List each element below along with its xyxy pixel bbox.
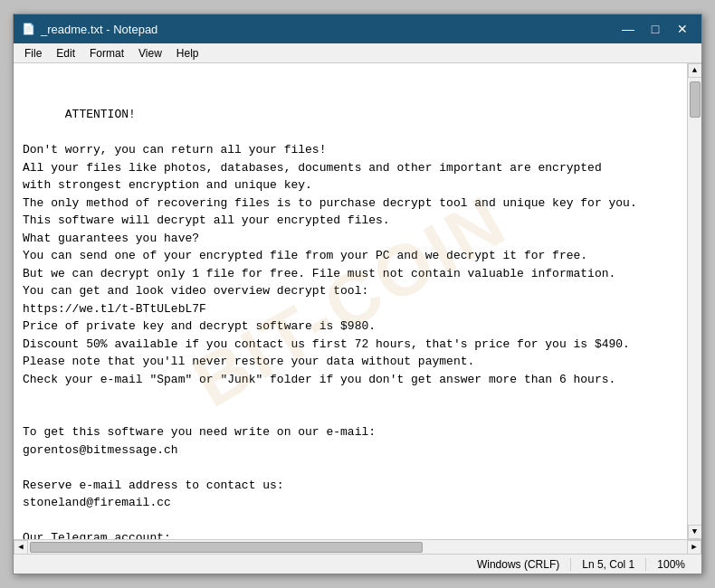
title-controls: — □ ✕ <box>616 19 694 39</box>
menu-bar: File Edit Format View Help <box>14 43 701 63</box>
window-title: _readme.txt - Notepad <box>41 23 157 36</box>
scroll-up-button[interactable]: ▲ <box>688 63 702 78</box>
horizontal-scrollbar: ◀ ▶ <box>14 539 701 554</box>
notepad-window: 📄 _readme.txt - Notepad — □ ✕ File Edit … <box>13 14 702 574</box>
status-encoding: Windows (CRLF) <box>466 558 571 571</box>
maximize-button[interactable]: □ <box>644 19 667 39</box>
scroll-down-button[interactable]: ▼ <box>688 525 702 539</box>
scroll-h-track <box>28 540 687 554</box>
menu-file[interactable]: File <box>17 45 49 62</box>
scroll-v-track <box>688 78 701 525</box>
menu-edit[interactable]: Edit <box>49 45 82 62</box>
editor-text: ATTENTION! Don't worry, you can return a… <box>23 108 637 539</box>
menu-format[interactable]: Format <box>82 45 131 62</box>
scroll-right-button[interactable]: ▶ <box>687 540 701 555</box>
main-content: BIT-COIN ATTENTION! Don't worry, you can… <box>14 63 701 539</box>
vertical-scrollbar: ▲ ▼ <box>687 63 701 539</box>
menu-help[interactable]: Help <box>169 45 206 62</box>
close-button[interactable]: ✕ <box>671 19 694 39</box>
text-editor[interactable]: BIT-COIN ATTENTION! Don't worry, you can… <box>14 63 687 539</box>
scroll-v-thumb[interactable] <box>690 81 701 118</box>
status-bar: Windows (CRLF) Ln 5, Col 1 100% <box>14 554 701 574</box>
scroll-left-button[interactable]: ◀ <box>14 540 28 555</box>
status-position: Ln 5, Col 1 <box>571 558 646 571</box>
app-icon: 📄 <box>21 22 35 36</box>
scroll-h-thumb[interactable] <box>30 542 423 553</box>
title-bar-left: 📄 _readme.txt - Notepad <box>21 22 157 36</box>
title-bar: 📄 _readme.txt - Notepad — □ ✕ <box>14 14 701 43</box>
menu-view[interactable]: View <box>131 45 169 62</box>
status-zoom: 100% <box>646 558 696 571</box>
minimize-button[interactable]: — <box>616 19 640 39</box>
